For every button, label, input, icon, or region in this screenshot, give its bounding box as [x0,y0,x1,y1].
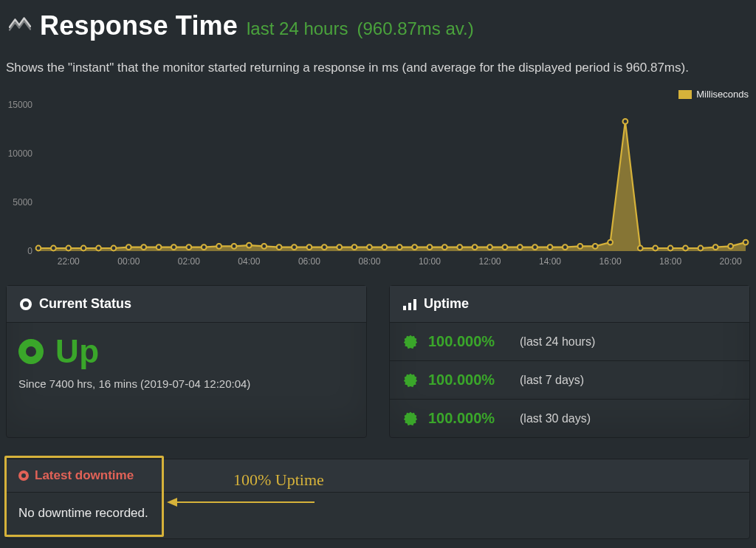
svg-point-37 [352,244,357,250]
status-up-icon [18,339,44,364]
svg-point-51 [563,244,568,250]
svg-marker-66 [404,411,417,425]
svg-point-28 [216,244,221,249]
svg-point-47 [503,244,508,250]
svg-point-56 [638,246,643,251]
svg-point-43 [442,244,447,250]
svg-point-31 [261,244,267,249]
svg-point-33 [292,244,297,250]
seal-icon [403,373,418,388]
svg-text:08:00: 08:00 [358,256,380,267]
current-status-header: Current Status [7,286,366,323]
status-word: Up [55,333,100,370]
svg-text:22:00: 22:00 [58,256,80,267]
svg-point-61 [713,244,718,250]
svg-point-17 [51,246,56,251]
response-time-icon [9,15,31,37]
svg-point-19 [81,246,86,251]
svg-point-53 [593,244,598,249]
latest-downtime-header: Latest downtime [7,459,749,493]
svg-point-39 [382,244,387,250]
uptime-row: 100.000% (last 30 days) [390,399,749,437]
svg-point-44 [457,244,462,250]
page-title-average: (960.87ms av.) [357,18,473,39]
svg-text:14:00: 14:00 [539,256,561,267]
svg-point-35 [322,244,327,250]
svg-point-25 [171,244,176,250]
page-title: Response Time [40,10,238,41]
status-since: Since 7400 hrs, 16 mins (2019-07-04 12:2… [18,377,353,390]
current-status-card: Current Status Up Since 7400 hrs, 16 min… [6,285,367,438]
svg-text:20:00: 20:00 [720,256,742,267]
svg-text:15000: 15000 [8,100,33,110]
uptime-pct: 100.000% [428,410,509,427]
uptime-pct: 100.000% [428,371,509,388]
svg-point-52 [577,244,583,249]
svg-point-36 [337,244,342,250]
page-title-range: last 24 hours [247,18,348,39]
svg-point-22 [126,244,131,250]
uptime-row: 100.000% (last 24 hours) [390,323,749,360]
latest-downtime-title: Latest downtime [35,468,134,483]
uptime-label: (last 24 hours) [520,335,595,349]
legend-swatch-icon [678,90,692,99]
uptime-label: (last 30 days) [520,412,591,425]
seal-icon [403,335,418,349]
svg-point-21 [111,246,117,251]
uptime-title: Uptime [424,296,469,312]
status-ring-icon [20,298,32,310]
svg-point-59 [683,246,688,251]
page-header: Response Time last 24 hours (960.87ms av… [4,10,752,41]
svg-text:10:00: 10:00 [419,256,441,267]
chart-legend: Milliseconds [678,89,749,100]
svg-point-42 [427,244,433,250]
uptime-row: 100.000% (last 7 days) [390,360,749,399]
svg-point-23 [141,244,146,250]
page-description: Shows the "instant" that the monitor sta… [4,61,752,89]
svg-text:02:00: 02:00 [178,256,200,267]
svg-text:0: 0 [27,246,32,256]
svg-point-45 [472,244,478,250]
svg-point-20 [96,246,101,251]
svg-text:12:00: 12:00 [478,256,501,267]
svg-point-29 [232,244,237,249]
svg-point-63 [743,240,749,245]
svg-text:10000: 10000 [8,148,33,159]
svg-point-18 [66,246,71,251]
svg-text:5000: 5000 [13,197,32,208]
svg-marker-65 [404,373,417,386]
svg-marker-64 [404,335,417,348]
response-time-chart[interactable]: Milliseconds 050001000015000 22:0000:000… [4,89,752,270]
svg-point-34 [307,244,312,250]
svg-text:04:00: 04:00 [238,256,260,267]
svg-text:16:00: 16:00 [599,256,622,267]
svg-point-60 [698,246,704,251]
svg-text:18:00: 18:00 [659,256,681,267]
svg-point-38 [367,244,372,250]
svg-text:06:00: 06:00 [298,256,320,267]
svg-point-32 [277,244,282,250]
svg-point-27 [202,244,207,250]
svg-point-41 [412,244,417,250]
bars-icon [403,298,416,310]
svg-point-62 [728,244,733,249]
legend-label: Milliseconds [696,89,749,100]
uptime-header: Uptime [390,286,749,323]
svg-point-48 [518,244,523,250]
seal-icon [403,411,418,426]
svg-point-46 [487,244,492,250]
svg-point-40 [397,244,402,250]
svg-point-24 [157,244,162,250]
svg-point-49 [532,244,537,250]
latest-downtime-card: Latest downtime No downtime recorded. [6,459,750,539]
uptime-label: (last 7 days) [520,374,584,387]
current-status-title: Current Status [39,296,131,312]
uptime-pct: 100.000% [428,333,509,350]
svg-point-54 [608,240,613,245]
svg-point-26 [186,244,191,250]
latest-downtime-body: No downtime recorded. [7,493,749,538]
svg-point-58 [668,246,673,251]
svg-point-16 [36,246,41,251]
svg-point-30 [247,243,252,248]
svg-point-57 [653,246,658,251]
